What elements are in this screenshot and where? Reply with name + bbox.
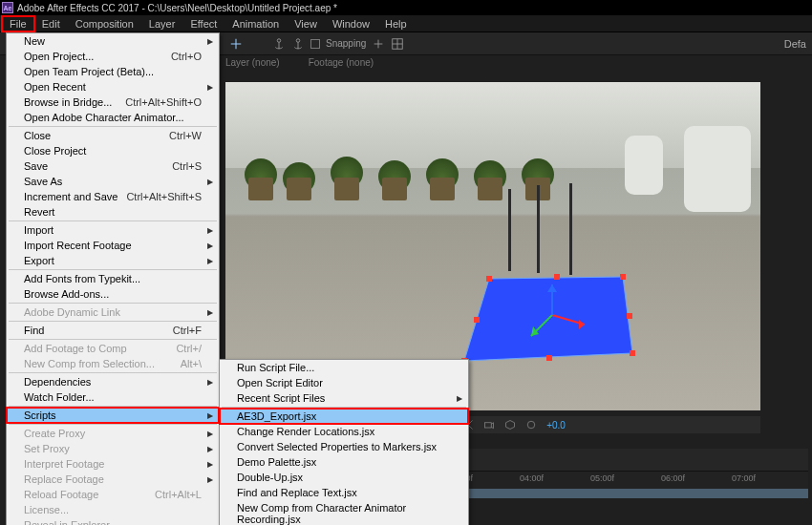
file-menu-item[interactable]: Add Fonts from Typekit...	[7, 271, 219, 286]
menu-item-label: New Comp from Character Animator Recordi…	[237, 502, 451, 525]
exposure-value[interactable]: +0.0	[546, 420, 566, 430]
app-icon: Ae	[2, 2, 13, 13]
submenu-arrow-icon: ▶	[207, 226, 213, 235]
file-menu-item[interactable]: Open Recent▶	[7, 79, 219, 94]
file-menu-item[interactable]: Revert	[7, 204, 219, 220]
scripts-menu-item[interactable]: Recent Script Files▶	[220, 390, 468, 406]
file-menu-item[interactable]: FindCtrl+F	[7, 323, 219, 338]
scripts-menu-item[interactable]: Demo Palette.jsx	[220, 454, 468, 470]
submenu-arrow-icon: ▶	[207, 257, 213, 265]
scripts-menu-item[interactable]: New Comp from Character Animator Recordi…	[220, 500, 468, 525]
viewport-pot	[248, 178, 273, 200]
menu-item-label: Find	[24, 325, 44, 336]
file-menu-item[interactable]: Import▶	[7, 222, 219, 238]
layer-tab[interactable]: Layer (none)	[225, 57, 280, 68]
menu-composition[interactable]: Composition	[68, 16, 141, 32]
viewport-pot	[287, 178, 311, 200]
tool-icon-cluster	[229, 37, 243, 51]
svg-point-1	[296, 38, 300, 42]
svg-point-0	[277, 38, 281, 42]
menu-item-shortcut: Ctrl+S	[172, 160, 202, 172]
menu-item-label: Find and Replace Text.jsx	[237, 487, 357, 498]
file-menu-item[interactable]: Open Project...Ctrl+O	[7, 49, 219, 64]
file-menu-item: Replace Footage▶	[7, 472, 219, 487]
file-menu-item[interactable]: Dependencies▶	[7, 374, 219, 389]
scripts-menu-item[interactable]: Convert Selected Properties to Markers.j…	[220, 439, 468, 454]
snap-grid-icon[interactable]	[391, 37, 404, 51]
file-menu-item[interactable]: SaveCtrl+S	[7, 158, 219, 174]
menu-layer[interactable]: Layer	[141, 16, 183, 32]
file-menu-item[interactable]: Save As▶	[7, 174, 219, 189]
title-bar: Ae Adobe After Effects CC 2017 - C:\User…	[0, 0, 812, 15]
file-menu-item[interactable]: New▶	[7, 33, 219, 49]
file-menu-item[interactable]: Open Adobe Character Animator...	[7, 110, 219, 125]
menu-edit[interactable]: Edit	[34, 16, 68, 32]
menu-item-shortcut: Ctrl+W	[169, 130, 202, 141]
menu-item-shortcut: Ctrl+F	[173, 325, 202, 336]
menu-item-label: Revert	[24, 206, 54, 218]
axis-icon[interactable]	[229, 37, 243, 51]
menu-item-label: New	[24, 35, 45, 47]
svg-rect-8	[630, 350, 635, 356]
menu-item-label: Recent Script Files	[237, 392, 325, 404]
camera-icon[interactable]	[483, 419, 495, 430]
anchor-icon[interactable]	[272, 37, 286, 51]
file-menu-item[interactable]: Browse Add-ons...	[7, 286, 219, 302]
scripts-menu-item[interactable]: Double-Up.jsx	[220, 470, 468, 485]
menu-item-label: Interpret Footage	[24, 458, 104, 470]
snapping-checkbox[interactable]	[310, 39, 320, 49]
ruler-tick: 05:00f	[590, 473, 614, 483]
file-menu-item[interactable]: Browse in Bridge...Ctrl+Alt+Shift+O	[7, 94, 219, 110]
file-menu-item: Adobe Dynamic Link▶	[7, 304, 219, 320]
submenu-arrow-icon: ▶	[207, 308, 213, 317]
anchor-icon-2[interactable]	[291, 37, 305, 51]
menu-window[interactable]: Window	[325, 16, 377, 32]
scripts-submenu: Run Script File...Open Script EditorRece…	[219, 359, 469, 525]
menu-file[interactable]: File	[2, 16, 34, 32]
snap-mode-icon[interactable]	[372, 37, 385, 51]
ruler-tick: 07:00f	[732, 473, 756, 483]
menu-item-label: Save As	[24, 176, 62, 187]
menu-view[interactable]: View	[287, 16, 325, 32]
panel-tabs: Layer (none) Footage (none)	[225, 57, 374, 68]
file-menu-item: Set Proxy▶	[7, 441, 219, 456]
file-menu-item[interactable]: Export▶	[7, 253, 219, 268]
scripts-menu-item[interactable]: AE3D_Export.jsx	[220, 409, 468, 424]
menu-item-label: Add Fonts from Typekit...	[24, 273, 140, 284]
selected-3d-layer[interactable]	[460, 260, 632, 365]
file-menu-item: Reveal in Explorer	[7, 517, 219, 525]
menu-item-label: Double-Up.jsx	[237, 472, 303, 483]
file-menu-item[interactable]: Close Project	[7, 143, 219, 158]
menu-item-label: Browse in Bridge...	[24, 96, 112, 108]
menu-item-shortcut: Ctrl+/	[176, 343, 202, 354]
menu-item-shortcut: Ctrl+O	[171, 51, 202, 62]
exposure-icon[interactable]	[525, 419, 537, 430]
file-menu-item[interactable]: Import Recent Footage▶	[7, 238, 219, 253]
file-menu-item: New Comp from Selection...Alt+\	[7, 356, 219, 371]
menu-item-label: License...	[24, 504, 69, 515]
ruler-tick: 06:00f	[661, 473, 685, 483]
file-menu-item[interactable]: CloseCtrl+W	[7, 128, 219, 143]
file-menu-item[interactable]: Increment and SaveCtrl+Alt+Shift+S	[7, 189, 219, 204]
file-menu-item[interactable]: Watch Folder...	[7, 389, 219, 405]
file-menu-item: Reload FootageCtrl+Alt+L	[7, 487, 219, 502]
scripts-menu-item[interactable]: Open Script Editor	[220, 375, 468, 390]
menu-animation[interactable]: Animation	[224, 16, 287, 32]
menu-help[interactable]: Help	[377, 16, 415, 32]
svg-rect-11	[474, 317, 480, 323]
footage-tab[interactable]: Footage (none)	[309, 57, 374, 68]
3dview-icon[interactable]	[504, 419, 516, 430]
menu-item-label: Open Team Project (Beta)...	[24, 66, 154, 77]
menu-bar: File Edit Composition Layer Effect Anima…	[0, 15, 812, 32]
submenu-arrow-icon: ▶	[207, 83, 213, 92]
file-menu-item[interactable]: Scripts▶	[7, 408, 219, 423]
scripts-menu-item[interactable]: Run Script File...	[220, 360, 468, 375]
workspace-label[interactable]: Defa	[784, 38, 806, 50]
menu-item-label: Reload Footage	[24, 489, 98, 500]
viewport-tank	[684, 126, 751, 212]
file-menu-item[interactable]: Open Team Project (Beta)...	[7, 64, 219, 79]
submenu-arrow-icon: ▶	[207, 37, 213, 46]
scripts-menu-item[interactable]: Change Render Locations.jsx	[220, 424, 468, 439]
scripts-menu-item[interactable]: Find and Replace Text.jsx	[220, 485, 468, 500]
menu-effect[interactable]: Effect	[182, 16, 224, 32]
